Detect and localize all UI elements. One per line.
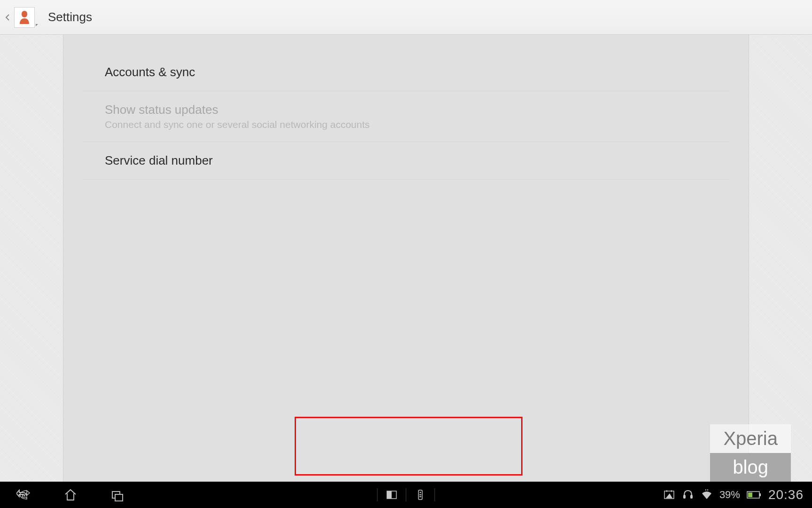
tray-separator xyxy=(406,488,406,501)
smallapp-browser-icon[interactable] xyxy=(386,489,398,500)
svg-rect-10 xyxy=(683,495,686,499)
center-tray xyxy=(377,488,435,501)
tray-separator xyxy=(435,488,435,501)
battery-percent: 39% xyxy=(719,489,740,501)
app-icon[interactable] xyxy=(14,7,35,28)
settings-item-service-dial[interactable]: Service dial number xyxy=(82,142,730,180)
home-icon xyxy=(63,488,78,502)
svg-marker-9 xyxy=(666,493,672,498)
clock: 20:36 xyxy=(768,487,804,502)
nav-buttons-group xyxy=(0,482,141,508)
svg-point-5 xyxy=(420,492,421,493)
recent-apps-nav-button[interactable] xyxy=(94,482,141,508)
headset-icon xyxy=(682,489,694,501)
tray-separator xyxy=(377,488,378,501)
svg-rect-7 xyxy=(420,496,422,497)
svg-rect-14 xyxy=(748,492,752,497)
system-navigation-bar: 39% 20:36 xyxy=(0,482,812,508)
list-item-title: Service dial number xyxy=(105,153,707,168)
svg-rect-13 xyxy=(759,493,761,496)
svg-rect-11 xyxy=(690,495,693,499)
wifi-icon xyxy=(701,489,713,501)
list-item-subtitle: Connect and sync one or several social n… xyxy=(105,119,707,130)
back-icon xyxy=(16,488,31,502)
settings-item-status-updates: Show status updates Connect and sync one… xyxy=(82,91,730,142)
list-item-title: Show status updates xyxy=(105,103,707,117)
back-button[interactable] xyxy=(4,0,11,35)
dropdown-indicator-icon xyxy=(36,24,38,26)
recent-apps-icon xyxy=(110,488,125,502)
settings-list: Accounts & sync Show status updates Conn… xyxy=(63,54,749,180)
status-tray[interactable]: 39% 20:36 xyxy=(663,487,812,502)
list-item-title: Accounts & sync xyxy=(105,65,707,79)
battery-icon xyxy=(747,490,762,500)
home-nav-button[interactable] xyxy=(47,482,94,508)
svg-rect-6 xyxy=(420,494,422,495)
smallapp-remote-icon[interactable] xyxy=(415,489,426,500)
page-title: Settings xyxy=(48,10,92,24)
screenshot-icon xyxy=(663,489,675,501)
settings-panel: Accounts & sync Show status updates Conn… xyxy=(63,35,749,482)
chevron-left-icon xyxy=(5,14,10,21)
svg-rect-3 xyxy=(387,491,392,499)
contacts-icon xyxy=(18,10,31,25)
main-content: Accounts & sync Show status updates Conn… xyxy=(0,35,812,482)
settings-item-accounts-sync[interactable]: Accounts & sync xyxy=(82,54,730,91)
action-bar: Settings xyxy=(0,0,812,35)
svg-rect-1 xyxy=(115,494,123,501)
back-nav-button[interactable] xyxy=(0,482,47,508)
